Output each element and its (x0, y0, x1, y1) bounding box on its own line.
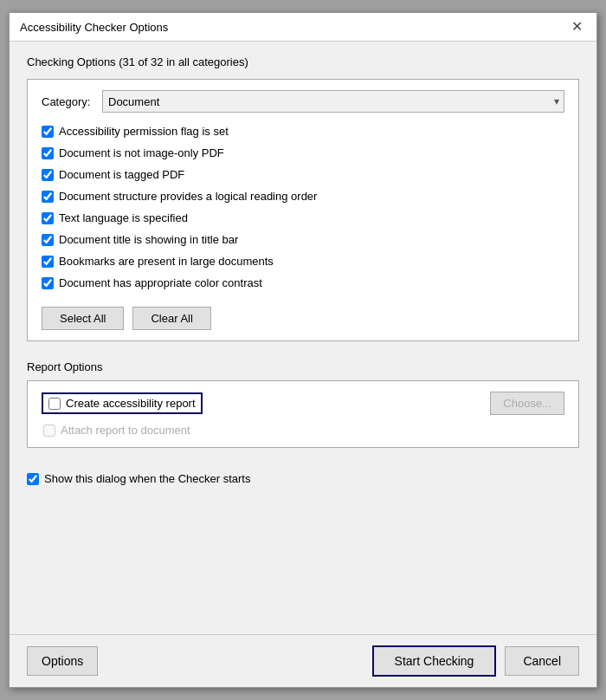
footer-right-buttons: Start Checking Cancel (372, 645, 579, 677)
category-dropdown[interactable]: Document Images Forms Alternate Text Tab… (102, 90, 564, 113)
checkbox-reading-order[interactable] (42, 191, 54, 203)
attach-report-row: Attach report to document (42, 424, 564, 437)
checkbox-label-bookmarks: Bookmarks are present in large documents (59, 255, 274, 268)
dialog-title: Accessibility Checker Options (20, 21, 168, 34)
checkbox-not-image-only[interactable] (42, 147, 54, 159)
choose-button[interactable]: Choose... (490, 392, 564, 415)
checkbox-accessibility-flag[interactable] (42, 126, 54, 138)
list-item: Accessibility permission flag is set (42, 125, 564, 138)
select-clear-button-row: Select All Clear All (42, 303, 564, 330)
checking-options-box: Category: Document Images Forms Alternat… (27, 79, 579, 341)
checkbox-bookmarks[interactable] (42, 256, 54, 268)
create-report-row: Create accessibility report Choose... (42, 392, 564, 415)
select-all-button[interactable]: Select All (42, 307, 124, 330)
category-label: Category: (42, 95, 102, 108)
checkbox-color-contrast[interactable] (42, 277, 54, 289)
report-options-section: Report Options Create accessibility repo… (27, 360, 579, 460)
close-button[interactable]: ✕ (568, 20, 586, 34)
checkbox-label-not-image-only: Document is not image-only PDF (59, 146, 224, 159)
checkbox-label-title-bar: Document title is showing in title bar (59, 233, 238, 246)
dialog-container: Accessibility Checker Options ✕ Checking… (9, 12, 597, 688)
clear-all-button[interactable]: Clear All (132, 307, 210, 330)
show-dialog-label: Show this dialog when the Checker starts (44, 472, 250, 485)
create-report-checkbox[interactable] (48, 398, 61, 410)
checking-options-title: Checking Options (31 of 32 in all catego… (27, 55, 579, 68)
checkbox-list: Accessibility permission flag is set Doc… (42, 125, 564, 289)
checkbox-label-accessibility-flag: Accessibility permission flag is set (59, 125, 229, 138)
list-item: Bookmarks are present in large documents (42, 255, 564, 268)
checkbox-title-bar[interactable] (42, 234, 54, 246)
report-options-box: Create accessibility report Choose... At… (27, 380, 579, 448)
checkbox-label-text-language: Text language is specified (59, 211, 188, 224)
dialog-footer: Options Start Checking Cancel (10, 634, 596, 687)
list-item: Text language is specified (42, 211, 564, 224)
attach-report-checkbox[interactable] (43, 425, 55, 437)
attach-report-label: Attach report to document (61, 424, 190, 437)
report-options-title: Report Options (27, 360, 579, 373)
category-select-wrapper: Document Images Forms Alternate Text Tab… (102, 90, 564, 113)
checkbox-label-color-contrast: Document has appropriate color contrast (59, 276, 262, 289)
checkbox-label-reading-order: Document structure provides a logical re… (59, 190, 317, 203)
checkbox-tagged-pdf[interactable] (42, 169, 54, 181)
dialog-body: Checking Options (31 of 32 in all catego… (10, 42, 596, 634)
create-report-label: Create accessibility report (66, 397, 196, 410)
show-dialog-checkbox[interactable] (27, 473, 39, 485)
category-row: Category: Document Images Forms Alternat… (42, 90, 564, 113)
checkbox-text-language[interactable] (42, 212, 54, 224)
list-item: Document structure provides a logical re… (42, 190, 564, 203)
list-item: Document has appropriate color contrast (42, 276, 564, 289)
list-item: Document is tagged PDF (42, 168, 564, 181)
options-button[interactable]: Options (27, 646, 98, 676)
cancel-button[interactable]: Cancel (505, 646, 579, 676)
list-item: Document title is showing in title bar (42, 233, 564, 246)
checkbox-label-tagged-pdf: Document is tagged PDF (59, 168, 184, 181)
show-dialog-row: Show this dialog when the Checker starts (27, 472, 579, 485)
list-item: Document is not image-only PDF (42, 146, 564, 159)
title-bar: Accessibility Checker Options ✕ (10, 13, 596, 42)
start-checking-button[interactable]: Start Checking (372, 645, 497, 677)
create-report-checkbox-wrapper: Create accessibility report (42, 392, 203, 414)
